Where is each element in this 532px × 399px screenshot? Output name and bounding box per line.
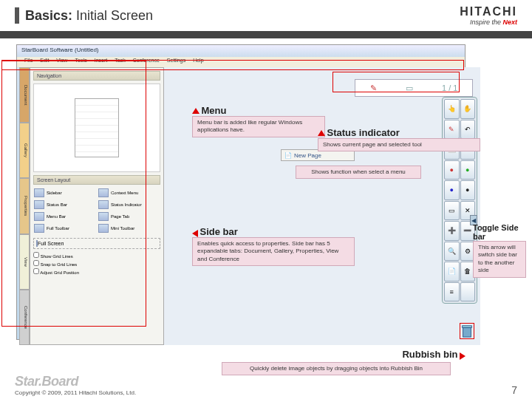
callout-rubbish: Rubbish bin bbox=[244, 349, 466, 360]
hitachi-logo: HITACHI Inspire the Next bbox=[460, 5, 517, 26]
tool-button[interactable] bbox=[460, 282, 476, 302]
tool-button[interactable]: ● bbox=[460, 160, 476, 180]
slide-title: Basics: Initial Screen bbox=[25, 8, 153, 24]
tool-button[interactable]: ▭ bbox=[444, 201, 460, 221]
slide-footer: Star.Board Copyright © 2009, 2011 Hitach… bbox=[0, 364, 532, 399]
callout-func: Shows function when select a menu bbox=[296, 166, 421, 179]
tool-button[interactable]: ● bbox=[460, 180, 476, 200]
tool-button[interactable]: ➕ bbox=[444, 221, 460, 241]
tool-button[interactable]: ≡ bbox=[444, 282, 460, 302]
rubbish-bin-icon[interactable] bbox=[460, 323, 474, 339]
tool-button[interactable]: 📄 bbox=[444, 262, 460, 282]
tool-button[interactable]: ✋ bbox=[460, 99, 476, 119]
svg-rect-0 bbox=[463, 328, 471, 338]
header-mark bbox=[15, 7, 19, 24]
svg-rect-1 bbox=[463, 326, 472, 328]
highlight-status bbox=[332, 72, 460, 92]
window-title: StarBoard Software (Untitled) bbox=[17, 45, 465, 57]
callout-sidebar: Side bar Enables quick access to propert… bbox=[192, 226, 355, 266]
tool-button[interactable]: ● bbox=[444, 160, 460, 180]
tool-button[interactable]: 👆 bbox=[444, 99, 460, 119]
callout-toggle: Toggle Side bar This arrow will switch s… bbox=[473, 223, 526, 278]
divider-bar bbox=[0, 31, 532, 38]
callout-menu: Menu Menu bar is added like regular Wind… bbox=[192, 105, 325, 137]
brand-logo: Star.Board bbox=[15, 374, 136, 389]
callout-status: Status indicator Shows current page and … bbox=[318, 127, 480, 151]
highlight-sidebar bbox=[1, 61, 146, 327]
tool-button[interactable]: ● bbox=[444, 180, 460, 200]
page-number: 7 bbox=[511, 384, 517, 396]
copyright: Copyright © 2009, 2011 Hitachi Solutions… bbox=[15, 389, 136, 396]
slide-header: Basics: Initial Screen HITACHI Inspire t… bbox=[0, 0, 532, 31]
tool-button[interactable]: 🔍 bbox=[444, 242, 460, 262]
